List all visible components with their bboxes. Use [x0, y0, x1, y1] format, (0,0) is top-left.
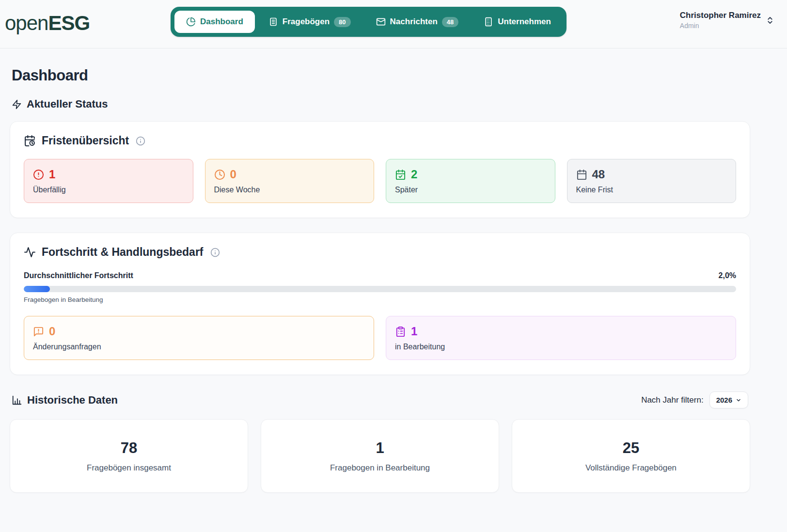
logo-text-open: open — [5, 12, 48, 35]
section-title-text: Aktueller Status — [27, 98, 108, 110]
stat-value: 2 — [411, 168, 417, 181]
year-filter-select[interactable]: 2026 — [709, 391, 748, 408]
progress-label: Durchschnittlicher Fortschritt — [24, 271, 133, 280]
card-title: Fristenübersicht — [42, 134, 129, 147]
calendar-clock-icon — [24, 135, 36, 147]
bar-chart-icon — [12, 395, 22, 406]
clock-icon — [214, 169, 225, 180]
stat-value: 1 — [49, 168, 55, 181]
user-menu[interactable]: Christopher Ramirez Admin — [680, 11, 774, 30]
chevrons-up-down-icon — [766, 16, 774, 25]
stat-change-requests[interactable]: 0 Änderungsanfragen — [24, 316, 374, 360]
stat-label: Änderungsanfragen — [33, 343, 365, 351]
stat-value: 48 — [592, 168, 605, 181]
history-card-total: 78 Fragebögen insgesamt — [10, 419, 248, 493]
message-alert-icon — [33, 326, 44, 337]
history-card-value: 25 — [623, 439, 639, 457]
tab-dashboard[interactable]: Dashboard — [174, 11, 255, 33]
stat-label: Überfällig — [33, 186, 184, 194]
history-cards: 78 Fragebögen insgesamt 1 Fragebogen in … — [10, 419, 750, 493]
stat-label: in Bearbeitung — [395, 343, 727, 351]
fragebogen-count-badge: 80 — [334, 17, 350, 27]
stat-this-week[interactable]: 0 Diese Woche — [205, 159, 375, 203]
top-header: openESG Dashboard Fragebögen 80 Nachrich… — [0, 0, 787, 48]
history-card-label: Vollständige Fragebögen — [585, 463, 677, 473]
info-icon[interactable] — [210, 248, 220, 257]
user-role: Admin — [680, 22, 761, 30]
history-card-value: 1 — [376, 439, 384, 457]
stat-no-deadline[interactable]: 48 Keine Frist — [567, 159, 737, 203]
deadlines-card: Fristenübersicht 1 Überfällig 0 Diese Wo… — [10, 121, 750, 218]
progress-sublabel: Fragebogen in Bearbeitung — [24, 296, 736, 303]
mail-icon — [376, 17, 386, 27]
tab-label: Nachrichten — [390, 17, 438, 27]
nachrichten-count-badge: 48 — [442, 17, 458, 27]
chevron-down-icon — [736, 397, 741, 403]
history-card-label: Fragebögen insgesamt — [87, 463, 171, 473]
progress-bar — [24, 286, 736, 292]
progress-card-header: Fortschritt & Handlungsbedarf — [24, 246, 736, 259]
stat-label: Später — [395, 186, 546, 194]
info-icon[interactable] — [136, 136, 145, 146]
status-section-title: Aktueller Status — [12, 98, 750, 110]
progress-percentage: 2,0% — [719, 271, 736, 280]
stat-label: Diese Woche — [214, 186, 365, 194]
tab-label: Unternehmen — [498, 17, 551, 27]
logo-text-esg: ESG — [48, 12, 90, 35]
history-card-label: Fragebogen in Bearbeitung — [330, 463, 430, 473]
stat-later[interactable]: 2 Später — [386, 159, 555, 203]
history-card-complete: 25 Vollständige Fragebögen — [512, 419, 750, 493]
building-icon — [484, 17, 493, 27]
history-card-in-progress: 1 Fragebogen in Bearbeitung — [261, 419, 499, 493]
year-filter-value: 2026 — [716, 396, 732, 404]
history-section-header: Historische Daten Nach Jahr filtern: 202… — [12, 391, 748, 408]
pie-chart-icon — [186, 17, 196, 27]
calendar-check-icon — [395, 169, 406, 180]
main-content: Dashboard Aktueller Status Fristenübersi… — [0, 67, 787, 493]
history-card-value: 78 — [121, 439, 137, 457]
document-icon — [268, 17, 278, 27]
tab-fragebogen[interactable]: Fragebögen 80 — [257, 11, 362, 33]
page-title: Dashboard — [12, 67, 750, 84]
tab-nachrichten[interactable]: Nachrichten 48 — [364, 11, 471, 33]
card-title: Fortschritt & Handlungsbedarf — [42, 246, 204, 259]
stat-overdue[interactable]: 1 Überfällig — [24, 159, 193, 203]
stat-value: 0 — [49, 325, 55, 338]
zap-icon — [12, 99, 22, 110]
stat-value: 0 — [230, 168, 236, 181]
clipboard-list-icon — [395, 326, 406, 337]
stat-in-progress[interactable]: 1 in Bearbeitung — [386, 316, 736, 360]
tab-label: Dashboard — [200, 17, 243, 27]
stat-label: Keine Frist — [576, 186, 727, 194]
stat-value: 1 — [411, 325, 417, 338]
tab-unternehmen[interactable]: Unternehmen — [472, 11, 563, 33]
progress-bar-fill — [24, 286, 50, 292]
progress-card: Fortschritt & Handlungsbedarf Durchschni… — [10, 233, 750, 375]
tab-label: Fragebögen — [283, 17, 330, 27]
main-nav: Dashboard Fragebögen 80 Nachrichten 48 U… — [171, 7, 567, 37]
history-section-title: Historische Daten — [27, 394, 118, 407]
brand-logo: openESG — [5, 12, 90, 35]
alert-circle-icon — [33, 169, 44, 180]
calendar-icon — [576, 169, 587, 180]
deadlines-card-header: Fristenübersicht — [24, 134, 736, 147]
user-name: Christopher Ramirez — [680, 11, 761, 20]
activity-icon — [24, 246, 36, 258]
year-filter-label: Nach Jahr filtern: — [641, 395, 704, 405]
